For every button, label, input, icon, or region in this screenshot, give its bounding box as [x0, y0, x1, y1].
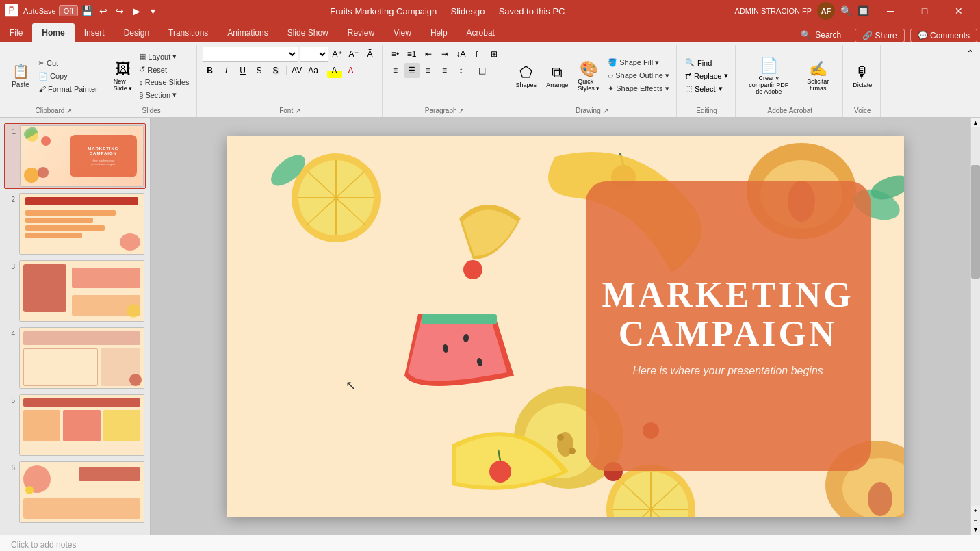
share-button[interactable]: 🔗 Share	[855, 29, 904, 42]
comments-button[interactable]: 💬 Comments	[910, 29, 977, 42]
format-painter-button[interactable]: 🖌 Format Painter	[36, 84, 101, 94]
shapes-button[interactable]: ⬠ Shapes	[512, 62, 541, 90]
bold-button[interactable]: B	[203, 63, 218, 78]
para-row-2: ≡ ☰ ≡ ≡ ↕ ◫	[388, 63, 490, 78]
align-center-button[interactable]: ☰	[404, 63, 420, 78]
font-color-button[interactable]: A	[344, 63, 359, 78]
scroll-zoom-out[interactable]: –	[971, 515, 980, 525]
scroll-down-button[interactable]: ▼	[971, 525, 980, 535]
tab-transitions[interactable]: Transitions	[159, 23, 218, 42]
text-direction-button[interactable]: ↕A	[454, 47, 469, 62]
highlight-button[interactable]: A	[327, 63, 342, 78]
justify-button[interactable]: ≡	[437, 63, 452, 78]
arrange-button[interactable]: ⧉ Arrange	[542, 62, 572, 90]
shadow-button[interactable]: S	[268, 63, 283, 78]
tab-file[interactable]: File	[0, 23, 32, 42]
notes-bar[interactable]: Click to add notes	[0, 535, 980, 551]
search-icon-titlebar[interactable]: 🔍	[840, 5, 852, 16]
italic-button[interactable]: I	[219, 63, 234, 78]
tab-acrobat[interactable]: Acrobat	[457, 23, 504, 42]
reuse-slides-button[interactable]: ↕ Reuse Slides	[136, 77, 192, 88]
dictate-button[interactable]: 🎙 Dictate	[849, 62, 876, 90]
decrease-indent-button[interactable]: ⇤	[421, 47, 436, 62]
slide-thumb-6[interactable]: 6	[4, 460, 146, 524]
scroll-zoom-in[interactable]: +	[971, 506, 980, 515]
slide-thumb-4[interactable]: 4	[4, 326, 146, 390]
para-expand-icon[interactable]: ↗	[459, 107, 464, 114]
shape-effects-button[interactable]: ✦ Shape Effects ▾	[605, 83, 672, 94]
font-name-select[interactable]	[203, 47, 298, 62]
clipboard-expand-icon[interactable]: ↗	[66, 107, 72, 114]
maximize-button[interactable]: □	[909, 0, 940, 22]
paste-button[interactable]: 📋 Paste	[7, 61, 34, 90]
slide-thumb-2[interactable]: 2	[4, 192, 146, 256]
vertical-scrollbar[interactable]: ▲ + – ▼	[970, 118, 980, 535]
slide-thumb-1[interactable]: 1 MARKETINGCAMPAIGN Here is where yourpr…	[4, 123, 146, 189]
copy-button[interactable]: 📄 Copy	[36, 71, 101, 82]
undo-button[interactable]: ↩	[96, 3, 111, 18]
paragraph-label: Paragraph ↗	[388, 105, 502, 116]
smart-art-button[interactable]: ⊞	[487, 47, 502, 62]
slide-thumb-3[interactable]: 3	[4, 259, 146, 323]
tab-review[interactable]: Review	[338, 23, 384, 42]
qat-dropdown[interactable]: ▾	[145, 3, 160, 18]
columns-button[interactable]: ⫿	[470, 47, 485, 62]
char-spacing-button[interactable]: AV	[289, 63, 305, 78]
dictate-icon: 🎙	[855, 64, 870, 81]
scroll-up-button[interactable]: ▲	[971, 118, 980, 127]
drawing-expand-icon[interactable]: ↗	[603, 107, 608, 114]
slide-num-2: 2	[5, 196, 15, 203]
shape-fill-button[interactable]: 🪣 Shape Fill ▾	[605, 57, 672, 68]
increase-font-button[interactable]: A⁺	[330, 47, 345, 62]
canvas-area: MARKETING CAMPAIGN Here is where your pr…	[151, 118, 980, 535]
increase-indent-button[interactable]: ⇥	[437, 47, 452, 62]
click-to-add-notes[interactable]: Click to add notes	[11, 540, 76, 550]
align-right-button[interactable]: ≡	[421, 63, 436, 78]
create-pdf-button[interactable]: 📄 Crear y compartir PDF de Adobe	[741, 55, 796, 97]
redo-button[interactable]: ↪	[112, 3, 127, 18]
new-slide-button[interactable]: 🖼 NewSlide ▾	[111, 59, 136, 93]
shadow-para-button[interactable]: ◫	[475, 63, 490, 78]
decrease-font-button[interactable]: A⁻	[346, 47, 361, 62]
ribbon-toggle-icon[interactable]: 🔲	[858, 5, 869, 16]
present-button[interactable]: ▶	[129, 3, 144, 18]
cut-button[interactable]: ✂ Cut	[36, 57, 101, 69]
autosave-toggle[interactable]: Off	[59, 5, 78, 16]
reset-button[interactable]: ↺ Reset	[136, 64, 192, 75]
tab-insert[interactable]: Insert	[75, 23, 114, 42]
find-button[interactable]: 🔍 Find	[682, 57, 731, 68]
font-expand-icon[interactable]: ↗	[295, 107, 300, 114]
close-button[interactable]: ✕	[943, 0, 975, 22]
strikethrough-button[interactable]: S	[252, 63, 267, 78]
collapse-ribbon-button[interactable]: ⌃	[964, 45, 977, 117]
numbered-list-button[interactable]: ≡1	[404, 47, 420, 62]
quick-styles-button[interactable]: 🎨 QuickStyles ▾	[573, 59, 604, 93]
tab-home[interactable]: Home	[32, 23, 74, 42]
tab-slideshow[interactable]: Slide Show	[278, 23, 338, 42]
font-row-2: B I U S S AV Aa A A	[203, 63, 359, 78]
select-button[interactable]: ⬚ Select ▾	[682, 83, 731, 94]
section-button[interactable]: § Section ▾	[136, 89, 192, 101]
user-avatar[interactable]: AF	[817, 2, 835, 20]
search-area[interactable]: 🔍 Search	[792, 27, 849, 42]
bullet-list-button[interactable]: ≡•	[388, 47, 403, 62]
change-case-button[interactable]: Aa	[306, 63, 321, 78]
save-button[interactable]: 💾	[79, 3, 94, 18]
svg-point-38	[489, 461, 511, 483]
shape-outline-button[interactable]: ▱ Shape Outline ▾	[605, 70, 672, 81]
replace-button[interactable]: ⇄ Replace ▾	[682, 70, 731, 81]
align-left-button[interactable]: ≡	[388, 63, 403, 78]
slide-thumb-5[interactable]: 5	[4, 393, 146, 457]
tab-design[interactable]: Design	[114, 23, 159, 42]
solicitar-button[interactable]: ✍ Solicitar firmas	[797, 59, 838, 93]
scroll-thumb[interactable]	[971, 165, 980, 279]
line-spacing-button[interactable]: ↕	[454, 63, 469, 78]
minimize-button[interactable]: ─	[875, 0, 906, 22]
underline-button[interactable]: U	[235, 63, 250, 78]
tab-help[interactable]: Help	[421, 23, 457, 42]
clear-format-button[interactable]: Ã	[363, 47, 378, 62]
font-size-select[interactable]	[300, 47, 328, 62]
tab-animations[interactable]: Animations	[218, 23, 277, 42]
tab-view[interactable]: View	[384, 23, 421, 42]
layout-button[interactable]: ▦ Layout ▾	[136, 51, 192, 62]
